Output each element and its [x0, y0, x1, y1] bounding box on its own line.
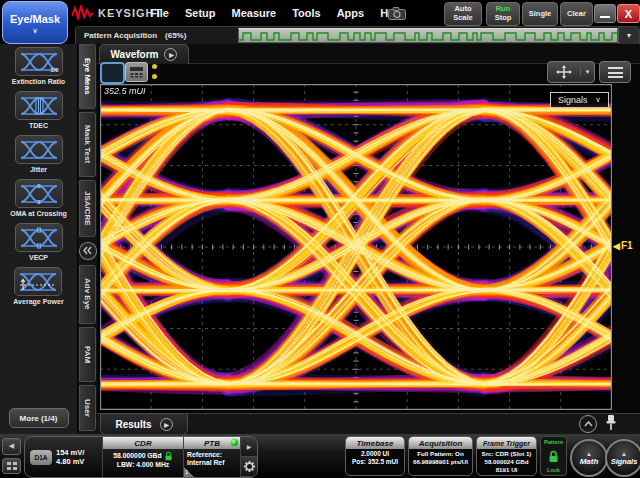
menu-file[interactable]: File — [150, 7, 169, 19]
timebase-panel[interactable]: Timebase 2.0000 UI Pos: 352.5 mUI — [345, 436, 405, 476]
clear-button[interactable]: Clear — [560, 2, 593, 26]
frame-trigger-source: Src: CDR (Slot 1) — [477, 450, 536, 458]
menu-setup[interactable]: Setup — [185, 7, 216, 19]
collapse-panel-button[interactable] — [79, 242, 97, 259]
single-button[interactable]: Single — [522, 2, 558, 26]
chevron-down-icon: ∨ — [596, 96, 601, 104]
minimize-button[interactable] — [594, 4, 616, 23]
panel-page-corner: 1 — [184, 467, 194, 477]
sidebar-item-tdec[interactable]: TDEC — [15, 91, 63, 130]
stop-label: Stop — [495, 14, 512, 23]
scroll-right-button[interactable]: ▶ — [241, 437, 257, 457]
display-mode-icon[interactable] — [100, 62, 125, 84]
channel-setup-button[interactable] — [241, 457, 257, 477]
pattern-acquisition-bar: Pattern Acquisition (65%) ▼ — [75, 26, 640, 44]
sidebar-item-average-power[interactable]: Average Power — [13, 267, 63, 306]
pin-panel-button[interactable] — [604, 414, 618, 432]
expand-results-button[interactable] — [579, 415, 597, 433]
channel-scale: 154 mV/ — [56, 448, 84, 457]
grid-view-button[interactable] — [2, 458, 21, 475]
tab-user[interactable]: User — [79, 385, 96, 431]
camera-icon[interactable] — [386, 5, 408, 21]
pattern-acquisition-label: Pattern Acquisition (65%) — [76, 27, 238, 44]
chevron-up-icon — [584, 421, 593, 427]
oma-at-crossing-icon — [15, 179, 63, 208]
jitter-icon — [15, 135, 63, 164]
marker-triangle-icon: ◀ — [613, 241, 620, 251]
average-power-icon — [14, 267, 62, 296]
pattern-lock-button[interactable]: Pattern Lock — [540, 436, 567, 476]
ptb-status-led — [231, 439, 238, 446]
timebase-scale: 2.0000 UI — [346, 450, 404, 458]
flexdca-window: Eye/Mask ∨ KEYSIGHT File Setup Measure T… — [0, 0, 640, 478]
run-stop-button[interactable]: Run Stop — [486, 2, 520, 26]
signals-dropdown[interactable]: Signals ∨ — [550, 92, 609, 108]
close-button[interactable]: X — [617, 4, 640, 23]
channel-status-panel: D1A 154 mV/ 4.80 mV CDR 58.000000 GBd LB… — [24, 436, 258, 478]
f1-function-marker[interactable]: ◀ F1 — [613, 240, 633, 251]
ptb-section[interactable]: PTB Reference: Internal Ref 1 — [184, 437, 241, 477]
results-tab[interactable]: Results ▶ — [100, 413, 188, 435]
channel-offset: 4.80 mV — [56, 457, 84, 466]
sidebar-item-jitter[interactable]: Jitter — [15, 135, 63, 174]
tab-jsa-cre[interactable]: JSA/CRE — [79, 180, 96, 237]
measurement-sidebar: 1/0 Extinction Ratio TDEC Jitter OMA at … — [0, 44, 78, 434]
play-icon[interactable]: ▶ — [164, 48, 177, 61]
acquisition-bar-dropdown[interactable]: ▼ — [618, 27, 639, 44]
sidebar-item-oma-at-crossing[interactable]: OMA at Crossing — [10, 179, 67, 218]
tab-eye-meas[interactable]: Eye Meas — [79, 44, 96, 109]
menu-measure[interactable]: Measure — [232, 7, 277, 19]
lock-icon — [547, 450, 560, 463]
pattern-acquisition-progress — [238, 28, 618, 43]
cdr-lbw: LBW: 4.000 MHz — [106, 461, 180, 469]
timebase-position-label: 352.5 mUI — [104, 86, 146, 96]
status-nav-column: ◀ — [2, 438, 21, 474]
drag-handle-dots-icon[interactable] — [152, 64, 157, 79]
ptb-reference-value: Internal Ref — [187, 459, 237, 467]
auto-scale-line2: Scale — [453, 14, 473, 23]
auto-scale-button[interactable]: Auto Scale — [444, 2, 482, 26]
acquisition-points: 66.98998901 pts/UI — [409, 458, 472, 466]
tab-adv-eye[interactable]: Adv Eye — [79, 265, 96, 324]
channel-d1a-section[interactable]: D1A 154 mV/ 4.80 mV — [25, 437, 103, 477]
more-measurements-button[interactable]: More (1/4) — [9, 408, 69, 428]
menu-bar: File Setup Measure Tools Apps Help — [150, 0, 404, 26]
move-arrows-icon — [548, 65, 580, 79]
pan-tool-button[interactable]: ▼ — [547, 61, 595, 83]
frame-trigger-panel[interactable]: Frame Trigger Src: CDR (Slot 1) 58.00002… — [476, 436, 537, 476]
ptb-reference-label: Reference: — [187, 451, 237, 459]
waveform-tab[interactable]: Waveform ▶ — [99, 44, 189, 64]
signals-button[interactable]: ▲ Signals — [605, 439, 640, 477]
pin-icon — [604, 414, 618, 432]
frame-trigger-rate: 58.000024 GBd — [477, 458, 536, 466]
sidebar-item-extinction-ratio[interactable]: 1/0 Extinction Ratio — [12, 47, 65, 86]
scroll-left-button[interactable]: ◀ — [2, 438, 21, 455]
acquisition-panel[interactable]: Acquisition Full Pattern: On 66.98998901… — [408, 436, 473, 476]
extinction-ratio-icon: 1/0 — [15, 47, 63, 76]
lock-icon — [164, 451, 173, 461]
sidebar-item-vecp[interactable]: VECP — [15, 223, 63, 262]
eye-diagram-canvas — [100, 84, 612, 410]
grid-icon — [7, 462, 17, 470]
panel-menu-button[interactable] — [599, 61, 631, 83]
double-chevron-left-icon — [83, 246, 92, 255]
play-icon[interactable]: ▶ — [160, 418, 173, 431]
pan-tool-dropdown[interactable]: ▼ — [580, 69, 594, 75]
hamburger-icon — [608, 67, 623, 78]
mode-selector-button[interactable]: Eye/Mask ∨ — [2, 1, 68, 44]
menu-apps[interactable]: Apps — [337, 7, 365, 19]
acquisition-full-pattern: Full Pattern: On — [409, 450, 472, 458]
cdr-section[interactable]: CDR 58.000000 GBd LBW: 4.000 MHz — [103, 437, 184, 477]
keypad-icon[interactable] — [125, 62, 148, 82]
math-button[interactable]: ▲ Math — [570, 439, 608, 477]
menu-tools[interactable]: Tools — [292, 7, 321, 19]
tab-pam[interactable]: PAM — [79, 327, 96, 382]
cdr-rate: 58.000000 GBd — [113, 452, 161, 460]
gear-icon — [243, 460, 256, 473]
mode-selector-label: Eye/Mask — [10, 13, 60, 25]
frame-trigger-length: 8191 UI — [477, 466, 536, 474]
keysight-logo: KEYSIGHT — [72, 5, 162, 21]
acquisition-percent: (65%) — [165, 31, 186, 40]
tab-mask-test[interactable]: Mask Test — [79, 112, 96, 177]
timebase-position: Pos: 352.5 mUI — [346, 458, 404, 466]
